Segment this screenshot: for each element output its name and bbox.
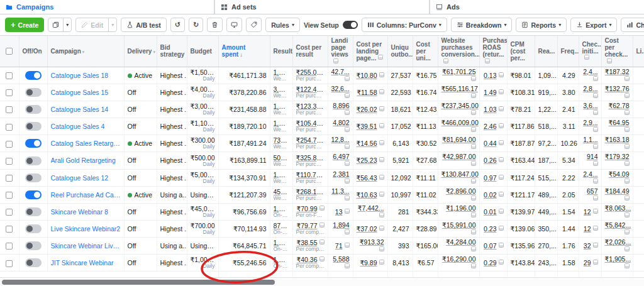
column-header-name[interactable]: Campaign▾ bbox=[47, 36, 124, 67]
metric-value-link[interactable]: ₹254.74 bbox=[296, 136, 323, 144]
metric-value-link[interactable]: 0.97 bbox=[484, 174, 496, 182]
column-header-check[interactable] bbox=[0, 36, 19, 67]
column-header-cpm[interactable]: CPM (cost per... bbox=[507, 36, 535, 67]
metric-value-link[interactable]: ₹179.32 bbox=[605, 153, 630, 160]
column-header-onoff[interactable]: Off/On bbox=[19, 36, 47, 67]
metric-value-link[interactable]: ₹38.55 bbox=[297, 239, 318, 246]
metric-value-link[interactable]: ₹130,847.00 bbox=[441, 170, 479, 178]
metric-value-link[interactable]: ₹1,196.00 bbox=[446, 204, 476, 212]
metric-value-link[interactable]: ₹14.56 bbox=[357, 140, 377, 147]
metric-value-link[interactable]: ₹25.23 bbox=[357, 157, 377, 164]
column-header-checkout[interactable]: Chec... initi... bbox=[579, 36, 601, 67]
campaign-toggle[interactable] bbox=[25, 207, 42, 216]
column-header-freq[interactable]: Freq... bbox=[557, 36, 579, 67]
breakdown-button[interactable]: Breakdown▾ bbox=[451, 18, 513, 32]
metric-value-link[interactable]: ₹187.32 bbox=[605, 68, 630, 75]
metric-value-link[interactable]: 0.44 bbox=[484, 140, 496, 147]
metric-value-link[interactable]: ₹1,905... bbox=[605, 255, 631, 263]
metric-value-link[interactable]: 13 bbox=[335, 208, 343, 216]
metric-value-link[interactable]: 4,802 bbox=[333, 119, 349, 126]
campaign-toggle[interactable] bbox=[25, 190, 42, 199]
metric-value-link[interactable]: ₹122.48 bbox=[296, 85, 323, 93]
metric-value-link[interactable]: ₹913.32 bbox=[360, 238, 384, 246]
metric-value-link[interactable]: ₹105.40 bbox=[296, 119, 323, 127]
metric-value-link[interactable]: 6,497 bbox=[333, 153, 349, 160]
campaign-toggle[interactable] bbox=[25, 173, 42, 182]
row-checkbox[interactable] bbox=[6, 243, 13, 250]
campaign-name-link[interactable]: Catalogue Sales 12 bbox=[51, 174, 121, 182]
metric-value-link[interactable]: 879 bbox=[274, 222, 287, 229]
metric-value-link[interactable]: 2,381 bbox=[333, 170, 349, 178]
metric-value-link[interactable]: 0.26 bbox=[484, 157, 496, 164]
row-checkbox[interactable] bbox=[6, 260, 13, 267]
column-header-bid[interactable]: Bid strategy bbox=[157, 36, 187, 67]
metric-value-link[interactable]: 12,8... bbox=[331, 136, 350, 143]
metric-value-link[interactable]: 11,3... bbox=[331, 187, 349, 195]
metric-value-link[interactable]: 2,4... bbox=[583, 170, 597, 178]
undo-button[interactable]: ↺ bbox=[170, 18, 185, 32]
campaign-name-link[interactable]: Catalogue Sales 18 bbox=[51, 72, 121, 79]
metric-value-link[interactable]: 736 bbox=[274, 136, 287, 144]
metric-value-link[interactable]: 3,6... bbox=[583, 102, 597, 109]
columns-button[interactable]: Columns: PurConv▾ bbox=[362, 18, 447, 32]
scrollbar-thumb[interactable] bbox=[2, 280, 275, 285]
preview-button[interactable] bbox=[226, 18, 242, 32]
ab-test-button[interactable]: A/B test bbox=[121, 18, 167, 32]
metric-value-link[interactable]: 2,9... bbox=[583, 119, 597, 126]
metric-value-link[interactable]: ₹325.84 bbox=[296, 154, 323, 162]
metric-value-link[interactable]: 32 bbox=[584, 242, 591, 250]
metric-value-link[interactable]: ₹237,345.00 bbox=[441, 102, 479, 109]
metric-value-link[interactable]: 1,800 bbox=[274, 119, 289, 127]
tab-ads[interactable]: Ads bbox=[430, 0, 644, 14]
charts-button[interactable]: Charts bbox=[621, 18, 644, 32]
campaign-name-link[interactable]: Catalog Sales Retargeting bbox=[51, 140, 121, 147]
metric-value-link[interactable]: ₹62.78 bbox=[609, 102, 630, 109]
metric-value-link[interactable]: ₹184.49 bbox=[605, 187, 630, 195]
metric-value-link[interactable]: 1,894 bbox=[333, 221, 349, 229]
metric-value-link[interactable]: 12 bbox=[584, 225, 591, 233]
metric-value-link[interactable]: 0.29 bbox=[484, 259, 496, 267]
edit-button[interactable]: Edit bbox=[75, 18, 109, 32]
campaign-toggle[interactable] bbox=[25, 88, 42, 97]
tag-button[interactable] bbox=[246, 18, 262, 32]
rules-button[interactable]: Rules▾ bbox=[265, 18, 300, 32]
metric-value-link[interactable]: ₹255.07 bbox=[296, 69, 323, 76]
metric-value-link[interactable]: 452 bbox=[274, 188, 287, 195]
metric-value-link[interactable]: 1,808 bbox=[274, 69, 289, 76]
row-checkbox[interactable] bbox=[6, 192, 13, 199]
redo-button[interactable]: ↻ bbox=[189, 18, 203, 32]
metric-value-link[interactable]: ₹11.58 bbox=[357, 89, 377, 96]
delete-button[interactable] bbox=[207, 18, 223, 32]
campaign-name-link[interactable]: Catalogue Sales 15 bbox=[51, 89, 121, 96]
metric-value-link[interactable]: ₹39.51 bbox=[357, 123, 377, 130]
campaign-toggle[interactable] bbox=[25, 105, 42, 114]
metric-value-link[interactable]: 1,369 bbox=[274, 256, 289, 263]
metric-value-link[interactable]: 1,1... bbox=[583, 136, 597, 143]
metric-value-link[interactable]: 0.02 bbox=[484, 191, 496, 199]
metric-value-link[interactable]: 1,363 bbox=[274, 205, 289, 212]
metric-value-link[interactable]: ₹9.89 bbox=[360, 259, 377, 267]
metric-value-link[interactable]: 1,682 bbox=[274, 239, 289, 246]
metric-value-link[interactable]: ₹37.02 bbox=[357, 225, 377, 233]
metric-value-link[interactable]: ₹163.18 bbox=[605, 136, 630, 143]
metric-value-link[interactable]: 8,896 bbox=[333, 102, 349, 109]
metric-value-link[interactable]: ₹10.63 bbox=[357, 191, 377, 199]
metric-value-link[interactable]: 1.49 bbox=[484, 89, 496, 96]
column-header-spent[interactable]: Amount spent↓ bbox=[218, 36, 270, 67]
metric-value-link[interactable]: ₹40.36 bbox=[297, 256, 318, 263]
column-header-purch[interactable]: Website purchases conversion... bbox=[438, 36, 479, 67]
campaign-toggle[interactable] bbox=[25, 139, 42, 148]
metric-value-link[interactable]: 42,7... bbox=[331, 68, 350, 75]
campaign-toggle[interactable] bbox=[25, 241, 42, 250]
campaign-name-link[interactable]: Arali Gold Retargeting bbox=[51, 157, 121, 164]
row-checkbox[interactable] bbox=[6, 226, 13, 233]
metric-value-link[interactable]: 29 bbox=[584, 259, 591, 267]
column-header-cpc[interactable]: Cost per check... bbox=[601, 36, 633, 67]
metric-value-link[interactable]: 32,6... bbox=[331, 85, 350, 92]
row-checkbox[interactable] bbox=[6, 175, 13, 182]
metric-value-link[interactable]: ₹70.99 bbox=[297, 205, 318, 212]
metric-value-link[interactable]: ₹2,026... bbox=[605, 238, 631, 246]
metric-value-link[interactable]: 503 bbox=[274, 154, 287, 162]
metric-value-link[interactable]: ₹54.09 bbox=[609, 170, 630, 178]
metric-value-link[interactable]: 1,877 bbox=[274, 102, 289, 110]
